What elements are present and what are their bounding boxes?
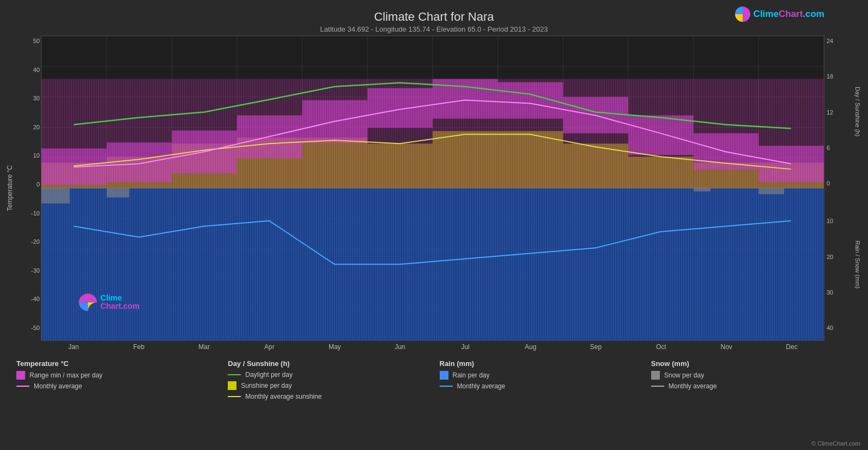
legend-area: Temperature °C Range min / max per day M… [11, 357, 857, 405]
svg-rect-39 [41, 188, 824, 340]
chart-svg: Clime Chart.com [41, 36, 824, 340]
legend-sunshine: Day / Sunshine (h) Daylight per day Suns… [222, 357, 434, 405]
legend-rain-bar-swatch [440, 371, 448, 380]
legend-avg-sunshine-swatch [228, 396, 241, 397]
legend-rain-avg: Monthly average [440, 382, 640, 390]
legend-rain-title: Rain (mm) [440, 359, 640, 368]
legend-sunshine-title: Day / Sunshine (h) [228, 359, 428, 368]
legend-rain: Rain (mm) Rain per day Monthly average [434, 357, 646, 405]
svg-rect-74 [694, 188, 711, 191]
right-label-sunshine: Day / Sunshine (h) [853, 35, 862, 188]
chart-inner: Clime Chart.com [41, 35, 824, 341]
main-title: Climate Chart for Nara [5, 10, 863, 24]
legend-daylight-label: Daylight per day [245, 371, 293, 379]
legend-temp-avg: Monthly average [16, 382, 217, 390]
legend-temp-range-label: Range min / max per day [29, 371, 102, 379]
legend-rain-bar: Rain per day [440, 371, 640, 380]
legend-snow-bar-label: Snow per day [664, 371, 704, 379]
svg-text:Clime: Clime [100, 294, 122, 303]
copyright: © ClimeChart.com [811, 440, 860, 447]
legend-temp-range: Range min / max per day [16, 371, 217, 380]
legend-temp-avg-label: Monthly average [34, 382, 82, 390]
legend-rain-bar-label: Rain per day [453, 371, 490, 379]
legend-snow-avg: Monthly average [651, 382, 852, 390]
right-label-rain: Rain / Snow (mm) [853, 188, 862, 341]
legend-temperature-title: Temperature °C [16, 359, 217, 368]
x-axis: Jan Feb Mar Apr May Jun Jul Aug Sep Oct … [41, 341, 824, 353]
legend-snow-avg-swatch [651, 386, 664, 387]
main-container: Climate Chart for Nara Latitude 34.692 -… [0, 0, 868, 450]
temp-stripes [41, 79, 824, 188]
legend-sunshine-bar-swatch [228, 381, 236, 390]
legend-temp-range-swatch [16, 371, 25, 380]
legend-rain-avg-swatch [440, 386, 453, 387]
logo-top-right: ClimeChart.com [735, 7, 824, 22]
y-axis-left: Temperature °C 50 40 30 20 10 0 -10 -20 … [5, 35, 41, 341]
legend-sunshine-bar-label: Sunshine per day [241, 382, 292, 389]
svg-rect-71 [41, 188, 70, 203]
legend-snow-title: Snow (mm) [651, 359, 852, 368]
legend-temp-avg-swatch [16, 386, 29, 387]
legend-daylight: Daylight per day [228, 371, 428, 379]
logo-text-top: ClimeChart.com [754, 9, 824, 20]
svg-rect-72 [107, 188, 130, 197]
legend-rain-avg-label: Monthly average [457, 382, 506, 390]
y-axis-right: 24 18 12 6 0 10 20 30 40 Day / Sunshine … [824, 35, 863, 341]
svg-rect-73 [758, 188, 784, 194]
y-axis-left-label: Temperature °C [5, 35, 14, 341]
svg-rect-70 [41, 79, 824, 188]
title-area: Climate Chart for Nara Latitude 34.692 -… [5, 5, 863, 33]
subtitle: Latitude 34.692 - Longitude 135.74 - Ele… [5, 25, 863, 33]
logo-circle-top [735, 7, 750, 22]
legend-snow-bar-swatch [651, 371, 660, 380]
rain-stripes [41, 188, 824, 340]
legend-snow-avg-label: Monthly average [669, 382, 717, 390]
legend-snow: Snow (mm) Snow per day Monthly average [646, 357, 857, 405]
legend-temperature: Temperature °C Range min / max per day M… [11, 357, 222, 405]
legend-avg-sunshine-label: Monthly average sunshine [245, 393, 321, 400]
legend-avg-sunshine: Monthly average sunshine [228, 393, 428, 400]
y-axis-left-ticks: 50 40 30 20 10 0 -10 -20 -30 -40 -50 [14, 35, 41, 341]
y-axis-right-ticks: 24 18 12 6 0 10 20 30 40 [824, 35, 853, 341]
svg-text:Chart.com: Chart.com [100, 302, 139, 310]
legend-sunshine-bar: Sunshine per day [228, 381, 428, 390]
legend-snow-bar: Snow per day [651, 371, 852, 380]
legend-daylight-swatch [228, 374, 241, 375]
